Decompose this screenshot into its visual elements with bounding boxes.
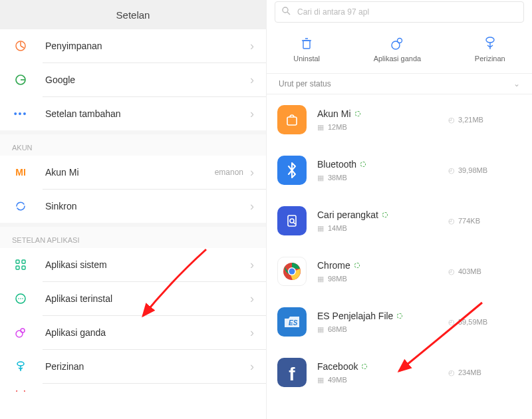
ram-icon: ▦ [317,376,324,384]
search-input[interactable]: Cari di antara 97 apl [275,1,524,23]
svg-rect-5 [22,266,25,269]
storage-icon: ◴ [448,166,455,175]
apps-pane: Cari di antara 97 apl Uninstal Aplikasi … [266,0,532,419]
row-label: Setelan tambahan [45,108,250,119]
svg-text:ES: ES [289,319,298,327]
app-row-es-explorer[interactable]: ES ES Penjelajah File ▦68MB ◴59,59MB [267,297,532,347]
chevron-right-icon: › [250,107,254,121]
app-row-facebook[interactable]: f Facebook ▦49MB ◴234MB [267,347,532,398]
sort-label: Urut per status [279,79,331,88]
svg-point-16 [398,39,402,43]
action-permissions[interactable]: Perizinan [475,36,505,63]
mi-icon: MI [12,167,29,178]
svg-rect-18 [287,117,297,125]
app-row-find-device[interactable]: Cari perangkat ▦14MB ◴774KB [267,196,532,246]
app-ram: 68MB [328,325,347,333]
dual-apps-icon [12,327,29,339]
action-bar: Uninstal Aplikasi ganda Perizinan [267,23,532,73]
action-label: Perizinan [475,55,505,63]
search-placeholder: Cari di antara 97 apl [297,7,369,17]
action-label: Uninstal [293,55,320,63]
app-ram: 49MB [328,376,347,384]
ram-icon: ▦ [317,123,324,132]
spinner-icon [362,364,367,369]
app-ram: 12MB [328,123,347,131]
chevron-right-icon: › [250,360,254,374]
app-row-chrome[interactable]: Chrome ▦98MB ◴403MB [267,246,532,297]
app-icon: f [277,358,307,387]
row-label: Penyimpanan [45,41,250,51]
storage-icon: ◴ [448,116,455,124]
row-label: Google [45,74,250,85]
svg-rect-4 [16,266,19,269]
settings-item-mi-account[interactable]: MI Akun Mi emanon › [0,156,266,189]
storage-icon [12,40,29,52]
spinner-icon [360,162,366,167]
app-icon [277,206,307,235]
row-label: Sinkron [45,201,250,211]
svg-rect-19 [288,215,296,226]
app-storage: 59,59MB [458,318,487,326]
storage-icon: ◴ [448,217,455,225]
app-ram: 98MB [328,275,347,283]
misc-icon [12,390,29,397]
app-row-mi-account[interactable]: Akun Mi ▦12MB ◴3,21MB [267,94,532,145]
settings-item-system-apps[interactable]: Aplikasi sistem › [0,248,266,281]
sort-selector[interactable]: Urut per status ⌄ [267,73,532,94]
settings-item-dual-apps[interactable]: Aplikasi ganda › [0,316,266,349]
chevron-right-icon: › [250,292,254,306]
google-icon [12,74,29,86]
row-detail: emanon [215,168,243,177]
permissions-icon [12,360,29,372]
chevron-right-icon: › [250,73,254,87]
settings-item-sync[interactable]: Sinkron › [0,190,266,223]
svg-point-17 [486,37,494,43]
app-row-bluetooth[interactable]: Bluetooth ▦38MB ◴39,98MB [267,145,532,196]
grid-icon [12,259,29,270]
app-ram: 38MB [328,174,347,182]
sync-icon [12,200,29,212]
app-storage: 403MB [458,267,481,275]
dual-icon [390,36,404,51]
badge-icon [483,36,497,51]
action-dual-apps[interactable]: Aplikasi ganda [374,36,422,63]
row-label: Perizinan [45,361,250,372]
storage-icon: ◴ [448,318,455,327]
app-icon [277,156,307,185]
app-icon: ES [277,307,307,337]
chevron-down-icon: ⌄ [513,79,520,88]
svg-point-13 [283,7,288,13]
spinner-icon [354,263,360,268]
settings-item-storage[interactable]: Penyimpanan › [0,29,266,63]
app-name: Bluetooth [317,159,356,170]
svg-rect-14 [303,41,310,49]
storage-icon: ◴ [448,368,455,377]
svg-point-8 [20,298,21,299]
app-name: Akun Mi [317,108,351,119]
settings-item-installed-apps[interactable]: Aplikasi terinstal › [0,282,266,315]
app-name: Chrome [317,260,350,271]
settings-item-google[interactable]: Google › [0,63,266,96]
app-ram: 14MB [328,224,347,232]
ram-icon: ▦ [317,325,324,334]
row-label: Aplikasi terinstal [45,293,250,304]
svg-point-12 [17,362,24,366]
row-label: Aplikasi sistem [45,259,250,270]
section-account: AKUN [0,134,266,156]
app-storage: 3,21MB [458,116,483,124]
settings-item-permissions[interactable]: Perizinan › [0,350,266,383]
settings-item-more[interactable] [0,384,266,404]
chevron-right-icon: › [250,258,254,272]
ram-icon: ▦ [317,174,324,182]
row-label: Akun Mi [45,167,215,178]
app-icon [277,257,307,286]
action-uninstall[interactable]: Uninstal [293,36,320,63]
spinner-icon [382,212,388,217]
more-icon: ••• [12,108,29,119]
ram-icon: ▦ [317,224,324,233]
app-name: ES Penjelajah File [317,311,393,321]
app-storage: 234MB [458,368,481,376]
settings-title: Setelan [0,0,266,29]
app-name: Facebook [317,361,358,372]
settings-item-additional[interactable]: ••• Setelan tambahan › [0,97,266,130]
